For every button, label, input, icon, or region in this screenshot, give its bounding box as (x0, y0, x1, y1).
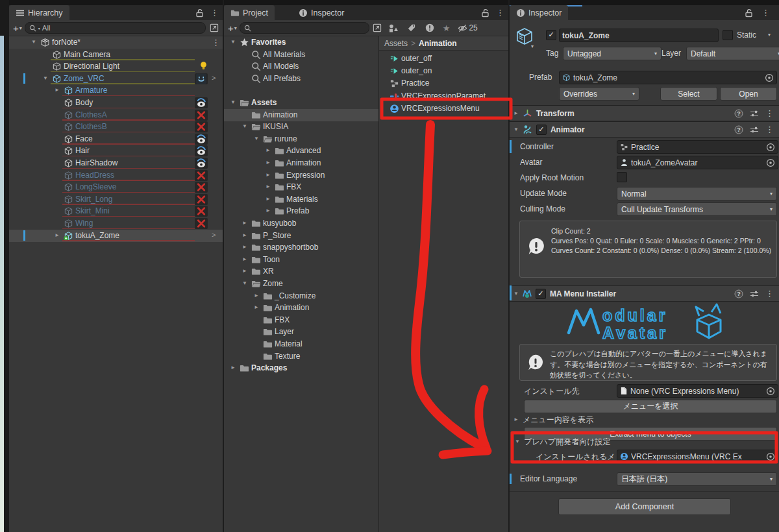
install-target-field[interactable]: None (VRC Expressions Menu) (617, 384, 778, 398)
hierarchy-row[interactable]: Body (9, 97, 223, 109)
kebab-menu-icon[interactable]: ⋮ (212, 38, 220, 47)
prefab-object-field[interactable]: tokuA_Zome (559, 71, 777, 84)
culling-mode-dropdown[interactable]: Cull Update Transforms ▾ (617, 202, 777, 216)
open-button[interactable]: Open (720, 87, 777, 101)
expander-arrow[interactable]: ► (241, 244, 249, 250)
presets-icon[interactable] (750, 125, 759, 134)
layer-dropdown[interactable]: Default ▾ (686, 47, 779, 60)
expander-arrow[interactable]: ► (241, 220, 249, 226)
editor-language-dropdown[interactable]: 日本語 (日本) ▾ (617, 472, 777, 486)
asset-row[interactable]: Practice (379, 77, 508, 90)
breadcrumb-animation[interactable]: Animation (419, 39, 457, 48)
hierarchy-row[interactable]: Skirt_Long (9, 193, 223, 206)
project-tree-row[interactable]: All Models (224, 60, 378, 73)
tab-hierarchy[interactable]: Hierarchy (9, 5, 69, 20)
hierarchy-row[interactable]: Face (9, 133, 223, 145)
project-tree-row[interactable]: Animation (224, 109, 378, 121)
project-tree-row[interactable]: All Materials (224, 49, 378, 61)
project-tree-row[interactable]: FBX (224, 314, 378, 326)
project-search-input[interactable] (240, 22, 369, 34)
hierarchy-row[interactable]: ▼forNote*⋮ (9, 36, 223, 49)
prefab-chevron-icon[interactable]: > (212, 74, 216, 82)
foldout-arrow[interactable]: ▼ (513, 127, 519, 132)
project-tree-row[interactable]: ►P_Store (224, 230, 378, 242)
search-by-type-icon[interactable] (388, 23, 398, 33)
expander-arrow[interactable]: ▼ (253, 136, 260, 141)
panel-divider[interactable] (508, 0, 510, 532)
hierarchy-row[interactable]: HeadDress (9, 169, 223, 182)
update-mode-dropdown[interactable]: Normal ▾ (617, 187, 777, 200)
create-button[interactable]: +▾ (228, 23, 237, 34)
help-icon[interactable]: ? (734, 109, 743, 118)
asset-row[interactable]: VRCExpressionsMenu (379, 103, 508, 115)
project-tree-row[interactable]: ►Advanced (224, 145, 378, 157)
gameobject-icon-caret[interactable]: ▾ (531, 43, 534, 49)
project-tree-row[interactable]: ►snappyshortbob (224, 241, 378, 254)
red-x-icon[interactable] (195, 194, 208, 205)
project-tree-row[interactable]: ►kusyubob (224, 217, 378, 230)
lock-icon[interactable] (481, 8, 489, 18)
hierarchy-row[interactable]: LongSleeve (9, 181, 223, 193)
static-flags-caret[interactable]: ▾ (768, 32, 771, 38)
eye-tool-icon[interactable] (195, 158, 208, 169)
expander-arrow[interactable]: ► (253, 293, 260, 298)
red-x-icon[interactable] (195, 218, 208, 229)
hierarchy-row[interactable]: Hair (9, 145, 223, 157)
active-checkbox[interactable]: ✓ (546, 30, 556, 40)
ma-enabled-checkbox[interactable]: ✓ (536, 289, 546, 299)
kebab-menu-icon[interactable]: ⋮ (210, 8, 219, 18)
prefab-chevron-icon[interactable]: > (212, 231, 216, 239)
bulb-icon[interactable] (199, 61, 208, 71)
kebab-menu-icon[interactable]: ⋮ (496, 8, 504, 18)
project-tree-row[interactable]: ►XR (224, 265, 378, 278)
red-x-icon[interactable] (195, 121, 208, 132)
project-tree-row[interactable]: ►Animation (224, 157, 378, 169)
expander-arrow[interactable]: ▼ (241, 123, 249, 129)
installed-menu-field[interactable]: VRCExpressionsMenu (VRC Ex (617, 450, 778, 463)
expander-arrow[interactable]: ► (241, 268, 249, 274)
red-x-icon[interactable] (195, 182, 208, 193)
foldout-arrow[interactable]: ► (513, 417, 519, 422)
expander-arrow[interactable]: ► (264, 208, 272, 213)
open-new-window-icon[interactable] (373, 23, 382, 32)
open-new-window-icon[interactable] (210, 23, 219, 32)
tab-inspector[interactable]: Inspector (510, 5, 568, 20)
expander-arrow[interactable]: ► (264, 147, 272, 153)
presets-icon[interactable] (750, 289, 759, 298)
hierarchy-row[interactable]: ▼Zome_VRC> (9, 73, 223, 85)
animator-enabled-checkbox[interactable]: ✓ (536, 125, 547, 135)
expander-arrow[interactable]: ► (264, 160, 272, 165)
red-x-icon[interactable] (195, 110, 208, 121)
red-x-icon[interactable] (195, 170, 208, 181)
expander-arrow[interactable]: ▼ (42, 75, 49, 81)
tab-project[interactable]: Project (224, 5, 275, 20)
expander-arrow[interactable]: ▼ (241, 280, 249, 286)
hierarchy-row[interactable]: HairShadow (9, 157, 223, 169)
apply-root-motion-checkbox[interactable] (617, 172, 627, 182)
asset-row[interactable]: outer_off (379, 53, 508, 65)
hierarchy-row[interactable]: Main Camera (9, 49, 223, 61)
presets-icon[interactable] (750, 109, 759, 118)
project-tree-row[interactable]: ▼rurune (224, 133, 378, 145)
create-button[interactable]: +▾ (13, 23, 22, 34)
project-tree-row[interactable]: All Prefabs (224, 73, 378, 85)
expander-arrow[interactable]: ► (264, 172, 272, 178)
expander-arrow[interactable]: ► (241, 232, 249, 238)
search-by-label-icon[interactable] (407, 23, 416, 32)
controller-object-field[interactable]: Practice (617, 140, 778, 154)
smiley-icon[interactable] (195, 73, 208, 84)
object-picker-icon[interactable] (766, 143, 775, 152)
expander-arrow[interactable]: ► (53, 232, 61, 238)
transform-header[interactable]: ► Transform ? ⋮ (510, 105, 779, 121)
select-menu-button[interactable]: メニューを選択 (524, 400, 777, 413)
expander-arrow[interactable]: ▼ (229, 39, 237, 45)
kebab-menu-icon[interactable]: ⋮ (765, 108, 774, 118)
show-menu-contents-foldout[interactable]: メニュー内容を表示 (523, 415, 593, 426)
hierarchy-row[interactable]: Wing (9, 217, 223, 230)
expander-arrow[interactable]: ► (264, 196, 272, 202)
foldout-arrow[interactable]: ▼ (513, 291, 519, 296)
avatar-object-field[interactable]: tokuA_ZomeAvatar (617, 156, 778, 169)
hierarchy-row[interactable]: ►tokuA_Zome> (9, 230, 223, 242)
expander-arrow[interactable]: ▼ (229, 99, 237, 105)
kebab-menu-icon[interactable]: ⋮ (765, 289, 774, 298)
